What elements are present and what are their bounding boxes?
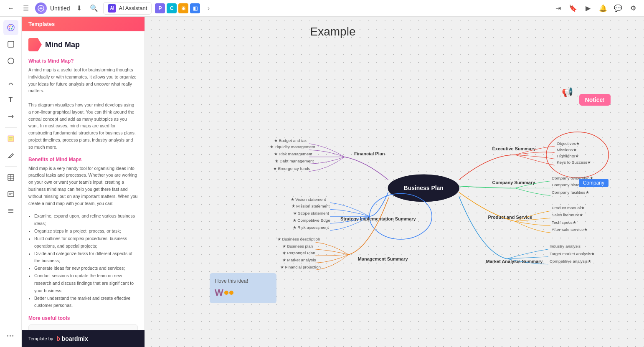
expand-button[interactable]: ⇥ xyxy=(552,3,564,14)
template-footer: Template by b boardmix xyxy=(22,330,145,347)
benefits-text: Mind map is a very handy tool for organi… xyxy=(28,165,138,207)
menu-button[interactable]: ☰ xyxy=(20,3,32,14)
svg-rect-19 xyxy=(8,192,14,197)
svg-text:★ Personnel Plan: ★ Personnel Plan xyxy=(282,251,315,255)
sidebar-item-list[interactable] xyxy=(3,203,18,218)
svg-text:Keys to Success★: Keys to Success★ xyxy=(557,160,591,165)
sidebar-item-text[interactable]: T xyxy=(3,92,18,107)
svg-text:★ Vision statement: ★ Vision statement xyxy=(291,197,326,202)
bookmark-button[interactable]: 🔖 xyxy=(567,3,579,14)
bullet-7: Better understand the market and create … xyxy=(34,295,138,310)
bullet-3: Build outlines for complex procedures, b… xyxy=(34,235,138,250)
svg-text:Target market analysis★: Target market analysis★ xyxy=(550,251,595,256)
svg-text:Tech specs★: Tech specs★ xyxy=(552,220,576,225)
svg-text:Missions★: Missions★ xyxy=(557,147,577,152)
svg-point-6 xyxy=(9,28,10,30)
sidebar-item-connector[interactable] xyxy=(3,109,18,124)
svg-text:★ Risk management: ★ Risk management xyxy=(274,152,312,156)
tab-m[interactable]: ⊞ xyxy=(178,3,188,13)
ai-assistant-button[interactable]: AI AI Assistant xyxy=(103,2,152,15)
svg-text:★ Liquidity management: ★ Liquidity management xyxy=(270,144,315,149)
svg-text:Management Summary: Management Summary xyxy=(358,256,408,261)
ai-icon: AI xyxy=(108,4,116,13)
sidebar-divider-3 xyxy=(5,166,17,167)
svg-rect-7 xyxy=(8,41,14,47)
svg-rect-15 xyxy=(8,175,14,180)
svg-text:★ Business plan: ★ Business plan xyxy=(282,244,313,248)
sidebar-item-shape[interactable] xyxy=(3,37,18,52)
svg-text:Executive Summary: Executive Summary xyxy=(492,146,536,151)
what-heading: What is Mind Map? xyxy=(28,58,138,64)
svg-text:Market Analysis Summary: Market Analysis Summary xyxy=(486,259,543,264)
notice-badge: Notice! xyxy=(579,94,611,106)
sticky-card-text: I love this idea! xyxy=(215,278,271,284)
bullet-6: Conduct sessions to update the team on n… xyxy=(34,272,138,295)
settings-button[interactable]: ⚙ xyxy=(627,3,639,14)
tab-p[interactable]: P xyxy=(155,3,165,13)
sidebar-item-pen[interactable] xyxy=(3,76,18,91)
notice-exclaim: 📢 xyxy=(562,87,573,98)
tab-c[interactable]: C xyxy=(167,3,177,13)
bullet-5: Generate ideas for new products and serv… xyxy=(34,265,138,272)
more-tabs-button[interactable]: › xyxy=(203,3,213,13)
company-button[interactable]: Company xyxy=(579,179,609,187)
sidebar-item-more[interactable]: ••• xyxy=(3,329,18,344)
svg-text:Objectives★: Objectives★ xyxy=(557,141,580,146)
download-button[interactable]: ⬇ xyxy=(73,3,85,14)
svg-text:★ Budget and tax: ★ Budget and tax xyxy=(274,138,307,143)
sidebar-item-draw[interactable] xyxy=(3,148,18,163)
boardmix-logo: b boardmix xyxy=(56,335,88,342)
more-tools-heading: More useful tools xyxy=(28,315,138,321)
benefits-heading: Benefits of Mind Maps xyxy=(28,157,138,162)
svg-text:★ Emergency funds: ★ Emergency funds xyxy=(273,166,310,171)
svg-text:★ Debt management: ★ Debt management xyxy=(275,159,314,163)
svg-text:★ Scope statement: ★ Scope statement xyxy=(293,211,330,215)
svg-text:Industry analysis: Industry analysis xyxy=(550,244,581,248)
svg-point-5 xyxy=(11,28,12,30)
svg-text:Sales literature★: Sales literature★ xyxy=(552,213,583,217)
svg-text:After-sale service★: After-sale service★ xyxy=(552,227,588,232)
canvas-area[interactable]: Example Templates Mind Map What is Mind … xyxy=(22,17,644,347)
sidebar-divider-1 xyxy=(5,72,17,72)
app-logo xyxy=(35,3,47,14)
sidebar-item-table[interactable] xyxy=(3,170,18,185)
svg-text:Company facilities★: Company facilities★ xyxy=(552,190,589,195)
tab-b[interactable]: ◧ xyxy=(190,3,200,13)
svg-text:Financial Plan: Financial Plan xyxy=(354,151,385,156)
mindmap-title: Mind Map xyxy=(45,41,80,49)
svg-rect-12 xyxy=(8,136,14,142)
sticky-card: I love this idea! W xyxy=(210,273,276,303)
bullet-4: Divide and categorize tasks for differen… xyxy=(34,250,138,265)
left-sidebar: T ••• xyxy=(0,17,22,347)
mindmap-icon xyxy=(28,38,42,51)
template-panel: Templates Mind Map What is Mind Map? A m… xyxy=(22,17,145,347)
svg-text:★ Business description: ★ Business description xyxy=(277,237,320,241)
svg-text:★ Competitive Edge: ★ Competitive Edge xyxy=(293,218,331,223)
template-header: Templates xyxy=(22,17,145,31)
svg-text:★ Risk assessment: ★ Risk assessment xyxy=(293,225,329,230)
svg-point-4 xyxy=(12,26,13,28)
bullet-2: Organize steps in a project, process, or… xyxy=(34,228,138,235)
bell-button[interactable]: 🔔 xyxy=(597,3,609,14)
back-button[interactable]: ← xyxy=(5,3,17,14)
svg-text:Company Summary: Company Summary xyxy=(492,180,536,185)
top-toolbar: ← ☰ Untitled ⬇ 🔍 AI AI Assistant P C ⊞ ◧… xyxy=(0,0,644,17)
footer-label: Template by xyxy=(28,336,53,341)
tab-icons: P C ⊞ ◧ xyxy=(155,3,200,13)
sidebar-item-circle[interactable] xyxy=(3,53,18,68)
play-button[interactable]: ▶ xyxy=(582,3,594,14)
chat-button[interactable]: 💬 xyxy=(612,3,624,14)
svg-text:★ Financial projection: ★ Financial projection xyxy=(280,265,321,269)
sidebar-item-text2[interactable] xyxy=(3,187,18,202)
ai-label: AI Assistant xyxy=(119,5,147,11)
svg-point-8 xyxy=(8,58,14,64)
svg-text:★ Market analysis: ★ Market analysis xyxy=(282,258,316,262)
bullet-1: Examine, expand upon, and refine various… xyxy=(34,213,138,228)
svg-point-2 xyxy=(8,26,10,28)
toolbar-left: ← ☰ Untitled ⬇ 🔍 AI AI Assistant P C ⊞ ◧… xyxy=(5,2,549,15)
sidebar-item-sticky[interactable] xyxy=(3,131,18,146)
svg-text:Product manual★: Product manual★ xyxy=(552,205,585,210)
sidebar-item-palette[interactable] xyxy=(3,20,18,35)
search-button[interactable]: 🔍 xyxy=(88,3,100,14)
svg-text:★ Mission statement: ★ Mission statement xyxy=(292,204,330,208)
